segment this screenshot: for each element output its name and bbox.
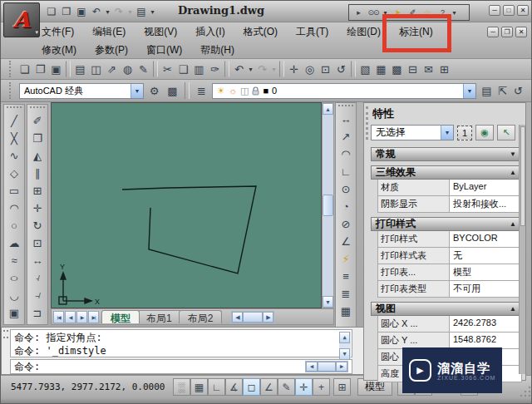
jogged-dimension-icon[interactable]: ◔ [337,198,355,215]
tool-palettes-icon[interactable]: ▩ [389,62,405,77]
search-binoculars-icon[interactable]: ⊙⊙ [367,6,380,19]
menu-draw[interactable]: 绘图(D) [337,23,390,41]
offset-tool-icon[interactable]: ∥ [28,165,47,182]
workspace-save-icon[interactable]: ▩ [165,83,180,99]
continue-dimension-icon[interactable]: ≣ [337,285,355,303]
rectangle-tool-icon[interactable]: ▭ [5,182,23,200]
diameter-dimension-icon[interactable]: ⊘ [337,215,355,233]
otrack-toggle[interactable]: ∠ [260,378,278,396]
tab-next-button[interactable]: ▶ [76,311,87,323]
designcenter-icon[interactable]: ▦ [373,62,389,77]
menu-dimension[interactable]: 标注(N) [390,23,442,41]
tab-layout2[interactable]: 布局2 [179,310,223,323]
scrollbar-thumb[interactable] [243,312,263,323]
section-plot-style[interactable]: 打印样式 ▲ [371,217,522,231]
undo-dropdown-icon[interactable]: ▾ [104,4,111,19]
layer-on-bulb-icon[interactable]: ☀ [217,86,225,96]
new-icon[interactable]: ❏ [44,4,59,19]
toolbar-grip[interactable] [9,82,13,99]
property-value[interactable]: ByLayer [450,180,521,195]
command-horizontal-scrollbar[interactable]: ◀ ▶ [305,361,348,372]
tab-last-button[interactable]: ▶| [88,311,99,323]
close-button[interactable]: ✕ [517,5,529,16]
snap-toggle[interactable]: ░ [173,378,190,396]
layer-properties-icon[interactable]: ▤ [479,83,495,99]
scrollbar-thumb[interactable] [323,195,333,216]
help-icon[interactable]: ? [436,6,449,19]
canvas-horizontal-scrollbar[interactable]: ◀ ▶ [231,311,274,323]
scroll-down-icon[interactable]: ▼ [339,348,350,360]
palette-scrollbar[interactable] [519,125,525,374]
menu-modify[interactable]: 修改(M) [32,42,86,59]
aligned-dimension-icon[interactable]: ↗ [337,128,355,145]
extend-tool-icon[interactable]: --/ [28,287,47,304]
property-row[interactable]: 打印样式表 无 [377,248,522,264]
new-icon[interactable]: ❏ [17,62,32,77]
search-dropdown-icon[interactable]: ▾ [382,6,389,19]
osnap-toggle[interactable]: ◻ [243,378,260,396]
section-3d-effects[interactable]: 三维效果 ▲ [371,165,522,180]
section-general[interactable]: 常规 ▼ [371,147,522,161]
paste-icon[interactable]: ▥ [191,62,207,77]
menu-view[interactable]: 视图(V) [135,23,186,41]
3d-dwf-icon[interactable]: ◍ [120,62,135,77]
ortho-toggle[interactable]: ∟ [208,378,225,396]
redo-icon[interactable]: ↷ [254,62,270,77]
scroll-up-icon[interactable]: ▲ [323,103,333,115]
revision-cloud-tool-icon[interactable]: ☁ [5,234,23,252]
toolbar-grip[interactable] [9,61,13,77]
command-history[interactable]: 命令: 指定对角点: 命令: '_dimstyle ▲ ▼ [10,329,352,357]
print-preview-icon[interactable]: ◫ [88,62,104,77]
property-row[interactable]: 圆心 X ... 2426.2783 [377,316,522,333]
canvas-vertical-scrollbar[interactable]: ▲ ▼ [322,102,334,308]
sheet-set-manager-icon[interactable]: ⊟ [405,62,421,77]
quickcalc-icon[interactable]: ⊞ [436,62,452,77]
property-row[interactable]: 打印表类型 不可用 [377,281,522,298]
toolbar-grip[interactable] [30,106,45,111]
toolbar-grip[interactable] [7,106,22,111]
layer-freeze-sun-icon[interactable]: ☼ [229,86,237,96]
doc-close-button[interactable]: ✕ [515,27,527,37]
command-window-grip[interactable] [3,330,8,338]
layer-previous-icon[interactable]: ↺ [510,83,526,99]
scale-tool-icon[interactable]: ⊡ [28,234,47,252]
construction-line-tool-icon[interactable]: ╳ [5,130,23,147]
layer-combobox[interactable]: ☀ ☼ ◫ ■ 0 ▼ [212,83,476,99]
property-row[interactable]: 材质 ByLayer [377,180,522,196]
quick-properties-toggle[interactable]: ⊞ [333,378,351,396]
scroll-right-icon[interactable]: ▶ [336,362,347,372]
property-value[interactable]: BYCOLOR [450,231,521,247]
expand-icon[interactable]: ▸ [352,6,365,19]
pan-icon[interactable]: ✛ [286,62,302,77]
dyn-toggle[interactable]: ✛ [295,378,313,396]
menu-file[interactable]: 文件(F) [32,23,83,41]
line-tool-icon[interactable]: ╱ [5,112,23,130]
tab-model[interactable]: 模型 [101,310,140,323]
scroll-up-icon[interactable]: ▲ [339,332,350,343]
publish-icon[interactable]: ⇗ [104,62,120,77]
menu-parametric[interactable]: 参数(P) [86,42,137,59]
undo-icon[interactable]: ↶ [231,62,247,77]
property-value[interactable]: 不可用 [450,281,521,297]
property-row[interactable]: 圆心 Y ... 1548.8762 [377,333,522,349]
subscription-icon[interactable]: ✐ [406,6,419,19]
scrollbar-thumb[interactable] [318,362,336,372]
property-row[interactable]: 打印表... 模型 [377,264,522,281]
array-tool-icon[interactable]: ⊞ [28,182,47,200]
pickadd-toggle-button[interactable]: 1 [457,126,472,140]
save-icon[interactable]: ▣ [74,4,89,19]
property-value[interactable]: 1548.8762 [450,333,521,348]
chevron-down-icon[interactable]: ▼ [463,84,475,98]
section-view[interactable]: 视图 ▲ [371,302,522,316]
ellipse-arc-tool-icon[interactable]: ◡ [5,287,23,304]
tab-first-button[interactable]: |◀ [53,311,64,323]
scrollbar-thumb[interactable] [520,126,525,226]
stretch-tool-icon[interactable]: ↔ [28,252,47,269]
scroll-left-icon[interactable]: ◀ [306,362,318,372]
zoom-realtime-icon[interactable]: ◎ [302,62,318,77]
quick-select-button[interactable]: ◉ [475,125,494,140]
chevron-down-icon[interactable]: ▼ [441,126,453,140]
circle-tool-icon[interactable]: ○ [5,217,23,234]
grid-toggle[interactable]: ▦ [190,378,208,396]
maximize-button[interactable]: □ [503,5,515,16]
